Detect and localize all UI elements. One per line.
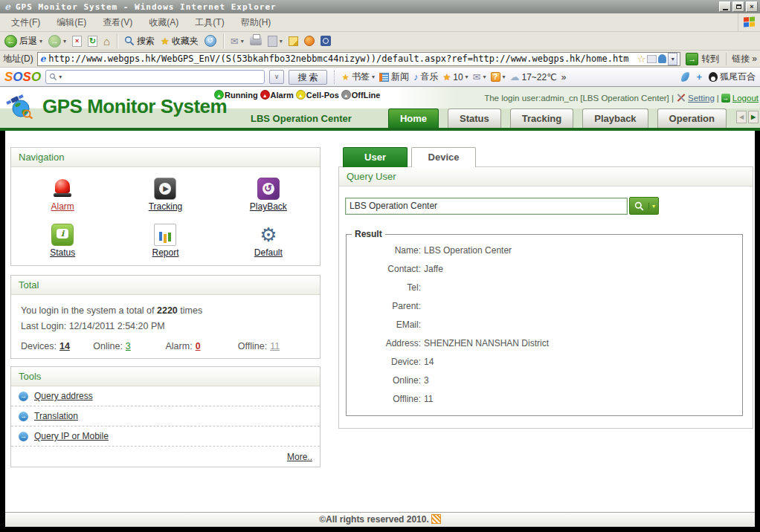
soso-help-button[interactable]: ? ▾: [491, 72, 506, 82]
soso-logo[interactable]: SOSO: [4, 70, 41, 85]
tabs-scroll-right-icon[interactable]: ▶: [748, 111, 759, 123]
messenger-button[interactable]: [303, 36, 316, 46]
logout-link[interactable]: Logout: [732, 94, 759, 103]
soso-alert-button[interactable]: ★ 10 ▾: [442, 72, 468, 82]
go-button[interactable]: → 转到: [684, 53, 721, 65]
nav-item-report[interactable]: Report: [114, 218, 216, 264]
tab-playback[interactable]: Playback: [582, 108, 648, 128]
soso-news-button[interactable]: 新闻: [379, 71, 409, 83]
alarm-siren-icon[interactable]: [51, 178, 74, 200]
menu-edit[interactable]: 编辑(E): [48, 14, 94, 31]
alert-dropdown-icon[interactable]: ▾: [466, 74, 468, 80]
soso-overflow-button[interactable]: »: [561, 72, 567, 82]
result-row-parent: Parent:: [347, 296, 742, 315]
menu-favorites[interactable]: 收藏(A): [141, 14, 187, 31]
minimize-button[interactable]: [719, 1, 731, 12]
login-user-text: The login user:admin_cn [LBS Operation C…: [484, 94, 674, 103]
back-dropdown-icon[interactable]: ▾: [39, 38, 42, 45]
soso-weather-button[interactable]: ☁ 17~22℃: [510, 71, 557, 82]
query-user-input[interactable]: [345, 198, 628, 215]
soso-toolbar: SOSO ▾ ∨ 搜 索 ★ 书签 ▾ 新闻 ♪ 音乐 ★ 10 ▾ ✉ ▾: [0, 68, 760, 87]
address-dropdown[interactable]: ▾: [668, 53, 677, 65]
favorites-add-icon[interactable]: ☆: [637, 53, 646, 65]
mail-dropdown-icon[interactable]: ▾: [241, 38, 244, 45]
search-button[interactable]: 搜索: [123, 35, 156, 48]
page-dropdown-icon[interactable]: ▾: [280, 38, 283, 45]
help-dropdown-icon[interactable]: ▾: [503, 74, 506, 80]
refresh-icon: ↻: [88, 36, 97, 47]
nav-item-tracking[interactable]: Tracking: [114, 172, 216, 218]
default-gear-icon[interactable]: ⚙: [257, 224, 280, 246]
tool-translation[interactable]: → Translation: [11, 406, 320, 426]
back-button[interactable]: ← 后退 ▾: [3, 35, 44, 48]
page-body: Navigation Alarm Tracking PlayBack: [0, 131, 760, 532]
tab-user[interactable]: User: [343, 147, 408, 167]
print-icon: [250, 36, 262, 45]
tab-operation[interactable]: Operation: [657, 108, 727, 128]
menu-tools[interactable]: 工具(T): [187, 14, 232, 31]
soso-expand-button[interactable]: ∨: [269, 70, 284, 84]
soso-mail-button[interactable]: ✉ ▾: [473, 71, 486, 82]
home-button[interactable]: ⌂: [102, 35, 112, 48]
more-link[interactable]: More..: [287, 452, 312, 462]
status-info-icon[interactable]: [51, 224, 74, 246]
tab-tracking[interactable]: Tracking: [510, 108, 573, 128]
menu-file[interactable]: 文件(F): [3, 14, 48, 31]
tracking-play-icon[interactable]: [154, 178, 176, 200]
nav-item-alarm[interactable]: Alarm: [11, 172, 114, 218]
notes-button[interactable]: [287, 36, 300, 46]
nav-item-playback[interactable]: PlayBack: [217, 172, 320, 218]
stop-button[interactable]: ×: [71, 36, 83, 47]
plus-icon[interactable]: +: [696, 71, 702, 82]
go-icon: →: [686, 53, 698, 65]
wing-icon[interactable]: [681, 72, 689, 82]
favorites-button[interactable]: ★ 收藏夹: [159, 35, 200, 48]
history-button[interactable]: ↺: [203, 35, 218, 47]
print-button[interactable]: [248, 36, 263, 45]
online-count-link[interactable]: 3: [126, 341, 131, 351]
alarm-count-link[interactable]: 0: [196, 341, 201, 351]
soso-scope-dropdown-icon[interactable]: ▾: [59, 74, 62, 80]
mail-button[interactable]: ✉ ▾: [229, 36, 245, 47]
nav-item-status[interactable]: Status: [11, 218, 114, 264]
links-button[interactable]: 链接 »: [726, 53, 757, 65]
soso-bookmarks-button[interactable]: ★ 书签 ▾: [341, 71, 375, 83]
playback-clock-icon[interactable]: [257, 178, 280, 200]
refresh-button[interactable]: ↻: [86, 36, 99, 47]
page-icon: [268, 36, 277, 47]
menu-help[interactable]: 帮助(H): [233, 14, 280, 31]
tab-device[interactable]: Device: [411, 147, 476, 167]
query-search-button[interactable]: ▾: [629, 197, 659, 215]
nav-item-default[interactable]: ⚙ Default: [217, 218, 320, 264]
restore-button[interactable]: [732, 1, 744, 12]
devices-count-link[interactable]: 14: [59, 341, 70, 351]
research-button[interactable]: [319, 36, 332, 46]
tool-query-ip[interactable]: → Query IP or Mobile: [11, 426, 320, 447]
snapshot-icon[interactable]: [647, 55, 657, 63]
soso-account-button[interactable]: 狐尾百合: [709, 71, 756, 83]
bookmarks-dropdown-icon[interactable]: ▾: [372, 74, 375, 80]
soso-music-button[interactable]: ♪ 音乐: [413, 71, 439, 83]
close-button[interactable]: ×: [746, 1, 758, 12]
offline-count-link[interactable]: 11: [270, 341, 280, 351]
tool-query-address[interactable]: → Query address: [11, 386, 320, 406]
tab-home[interactable]: Home: [388, 108, 439, 128]
suggest-icon[interactable]: [658, 54, 666, 63]
address-input[interactable]: e http://www.webgps.hk/WebGPS_EnV/(S(53b…: [37, 52, 681, 66]
stat-devices: Devices: 14: [21, 341, 93, 351]
address-url[interactable]: http://www.webgps.hk/WebGPS_EnV/(S(53bka…: [48, 53, 634, 64]
menu-view[interactable]: 查看(V): [94, 14, 141, 31]
soso-search-button[interactable]: 搜 索: [289, 70, 327, 85]
soso-search-input[interactable]: ▾: [45, 70, 265, 84]
setting-link[interactable]: Setting: [688, 94, 715, 103]
tab-status[interactable]: Status: [448, 108, 501, 128]
tabs-scroll-left-icon[interactable]: ◀: [736, 111, 747, 123]
report-chart-icon[interactable]: [154, 224, 176, 246]
soso-mail-icon: ✉: [473, 71, 481, 82]
page-edit-button[interactable]: ▾: [266, 36, 284, 47]
soso-mail-dropdown-icon[interactable]: ▾: [483, 74, 486, 80]
search-dropdown-icon[interactable]: ▾: [648, 203, 658, 210]
forward-button[interactable]: → ▾: [47, 35, 68, 48]
address-bar: 地址(D) e http://www.webgps.hk/WebGPS_EnV/…: [0, 51, 760, 68]
logout-icon: →: [721, 94, 730, 103]
